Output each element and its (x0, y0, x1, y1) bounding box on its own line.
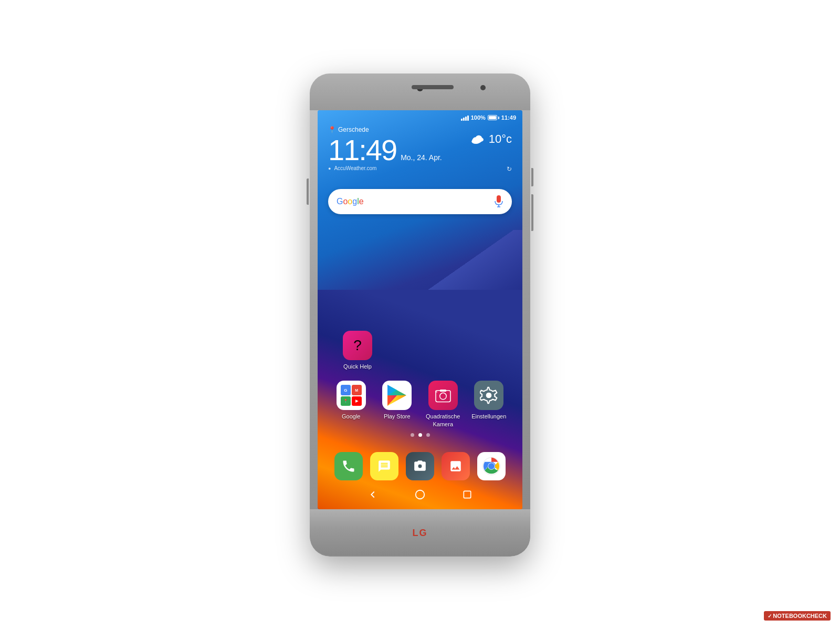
clock-row: 11:49 Mo., 24. Apr. (328, 135, 442, 165)
status-time: 11:49 (501, 114, 516, 121)
app-google-folder[interactable]: G M 📍 ▶ Google (332, 381, 370, 428)
refresh-icon[interactable]: ↻ (507, 165, 512, 173)
accuweather-row: ● AccuWeather.com (328, 165, 376, 171)
quick-help-icon: ? (343, 331, 372, 360)
mic-icon[interactable] (494, 195, 503, 208)
app-play-store[interactable]: Play Store (378, 381, 416, 428)
bottom-bezel: LG (310, 509, 530, 555)
clock-display: 11:49 (328, 135, 396, 165)
cloud-icon (471, 134, 486, 144)
app-settings[interactable]: Einstellungen (470, 381, 508, 428)
dock (318, 452, 522, 480)
nbc-text: NOTEBOOKCHECK (773, 613, 827, 619)
google-logo: Google (337, 197, 364, 206)
page-dot-3[interactable] (426, 433, 430, 437)
svg-rect-24 (464, 491, 470, 498)
google-folder-icon: G M 📍 ▶ (337, 381, 366, 410)
svg-rect-12 (436, 391, 450, 402)
svg-point-23 (416, 490, 425, 499)
speaker-grille (412, 85, 454, 89)
dock-sms[interactable] (370, 452, 398, 480)
svg-rect-14 (440, 390, 446, 392)
page-dot-1[interactable] (411, 433, 414, 437)
app-quick-help[interactable]: ? Quick Help (339, 331, 376, 370)
date-display: Mo., 24. Apr. (401, 153, 442, 162)
accuweather-label: AccuWeather.com (334, 165, 376, 171)
play-store-label: Play Store (384, 413, 411, 420)
svg-point-22 (488, 463, 495, 469)
back-button[interactable] (362, 487, 383, 502)
phone-screen: 100% 11:49 📍 Gerschede 11:49 Mo., 24. Ap… (318, 110, 522, 509)
svg-point-13 (440, 393, 446, 400)
svg-point-4 (475, 135, 482, 142)
main-app-row: G M 📍 ▶ Google (318, 381, 522, 428)
notebookcheck-badge: ✓ NOTEBOOKCHECK (764, 611, 831, 621)
page-dot-2[interactable] (418, 433, 422, 437)
fingerprint-button[interactable] (531, 194, 533, 231)
widget-area: 📍 Gerschede 11:49 Mo., 24. Apr. (328, 126, 442, 165)
signal-icon (461, 114, 469, 121)
search-bar-container[interactable]: Google (328, 189, 512, 214)
quick-help-label: Quick Help (343, 363, 372, 370)
search-bar[interactable]: Google (328, 189, 512, 214)
dock-camera[interactable] (406, 452, 434, 480)
top-bezel (310, 74, 530, 110)
square-camera-icon (428, 381, 458, 410)
dock-phone[interactable] (334, 452, 363, 480)
status-right: 100% 11:49 (461, 114, 516, 121)
dock-chrome[interactable] (477, 452, 506, 480)
page-indicators (318, 433, 522, 437)
quick-help-row: ? Quick Help (318, 331, 522, 370)
app-grid: ? Quick Help G M 📍 ▶ (318, 331, 522, 442)
status-bar: 100% 11:49 (318, 110, 522, 125)
google-folder-label: Google (342, 413, 360, 420)
volume-button[interactable] (307, 178, 309, 205)
location-row: 📍 Gerschede (328, 126, 442, 133)
square-camera-label: QuadratischeKamera (426, 413, 460, 428)
battery-percent: 100% (471, 114, 486, 121)
power-button[interactable] (531, 168, 533, 186)
battery-icon (488, 115, 499, 120)
phone-shell: 100% 11:49 📍 Gerschede 11:49 Mo., 24. Ap… (310, 74, 530, 556)
weather-widget: 10°c (471, 132, 512, 146)
app-square-camera[interactable]: QuadratischeKamera (424, 381, 462, 428)
recents-button[interactable] (457, 487, 478, 502)
notebookcheck-logo: ✓ NOTEBOOKCHECK (764, 611, 831, 621)
lg-logo: LG (412, 527, 427, 539)
settings-label: Einstellungen (471, 413, 506, 420)
play-store-icon (382, 381, 412, 410)
nbc-checkmark: ✓ (768, 613, 772, 619)
home-button[interactable] (410, 487, 430, 502)
weather-temp: 10°c (489, 132, 512, 146)
location-text: Gerschede (338, 126, 369, 133)
nav-bar (318, 484, 522, 505)
svg-rect-5 (497, 195, 501, 203)
settings-icon (474, 381, 503, 410)
front-sensor (480, 85, 486, 90)
dock-gallery[interactable] (442, 452, 470, 480)
